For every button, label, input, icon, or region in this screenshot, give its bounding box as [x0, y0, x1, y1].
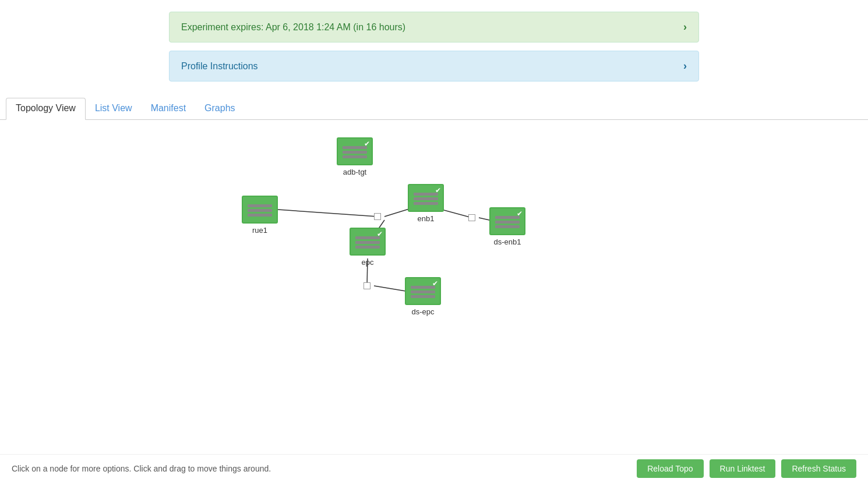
experiment-chevron: ›	[683, 21, 687, 33]
top-section: Experiment expires: Apr 6, 2018 1:24 AM …	[0, 0, 868, 87]
node-box-adb-tgt[interactable]: ✔	[337, 137, 373, 165]
node-ds-enb1[interactable]: ✔ ds-enb1	[489, 207, 525, 246]
link-point-2	[468, 214, 475, 221]
check-icon-ds-enb1: ✔	[517, 210, 523, 218]
tab-graphs[interactable]: Graphs	[195, 98, 244, 119]
experiment-text: Experiment expires: Apr 6, 2018 1:24 AM …	[181, 22, 405, 33]
node-lines-enb1	[414, 193, 438, 205]
tabs-bar: Topology View List View Manifest Graphs	[0, 98, 868, 120]
profile-text: Profile Instructions	[181, 61, 258, 72]
topology-canvas: ✔ adb-tgt rue1 ✔	[0, 120, 868, 376]
tab-listview[interactable]: List View	[86, 98, 142, 119]
check-icon-ds-epc: ✔	[432, 279, 438, 288]
bottom-hint: Click on a node for more options. Click …	[12, 464, 637, 473]
reload-topo-button[interactable]: Reload Topo	[637, 459, 703, 478]
check-icon-enb1: ✔	[435, 186, 441, 194]
node-label-adb-tgt: adb-tgt	[343, 168, 366, 176]
profile-chevron: ›	[683, 60, 687, 72]
svg-line-0	[278, 210, 377, 217]
node-lines-epc	[355, 236, 380, 249]
node-lines-rue1	[248, 204, 272, 217]
node-epc[interactable]: ✔ epc	[350, 228, 386, 267]
profile-banner[interactable]: Profile Instructions ›	[169, 51, 699, 81]
bottom-bar: Click on a node for more options. Click …	[0, 454, 868, 482]
link-point-1	[374, 213, 381, 220]
tab-manifest[interactable]: Manifest	[142, 98, 195, 119]
node-box-epc[interactable]: ✔	[350, 228, 386, 256]
refresh-status-button[interactable]: Refresh Status	[781, 459, 856, 478]
node-label-epc: epc	[362, 258, 374, 267]
tab-topology[interactable]: Topology View	[6, 98, 86, 120]
node-box-ds-epc[interactable]: ✔	[405, 277, 441, 305]
check-icon-adb-tgt: ✔	[364, 140, 370, 148]
node-label-ds-epc: ds-epc	[411, 307, 434, 316]
bottom-actions: Reload Topo Run Linktest Refresh Status	[637, 459, 856, 478]
node-adb-tgt[interactable]: ✔ adb-tgt	[337, 137, 373, 176]
run-linktest-button[interactable]: Run Linktest	[710, 459, 776, 478]
node-box-rue1[interactable]	[242, 196, 278, 224]
node-box-ds-enb1[interactable]: ✔	[489, 207, 525, 235]
node-rue1[interactable]: rue1	[242, 196, 278, 235]
node-label-rue1: rue1	[252, 226, 267, 235]
node-label-ds-enb1: ds-enb1	[494, 238, 521, 246]
node-lines-adb-tgt	[343, 146, 367, 158]
svg-line-3	[444, 210, 472, 218]
node-lines-ds-epc	[411, 286, 435, 298]
experiment-banner[interactable]: Experiment expires: Apr 6, 2018 1:24 AM …	[169, 12, 699, 42]
node-enb1[interactable]: ✔ enb1	[408, 184, 444, 223]
check-icon-epc: ✔	[377, 230, 383, 238]
topology-lines	[0, 120, 868, 376]
node-box-enb1[interactable]: ✔	[408, 184, 444, 212]
node-lines-ds-enb1	[495, 216, 520, 228]
link-point-3	[364, 282, 371, 289]
node-ds-epc[interactable]: ✔ ds-epc	[405, 277, 441, 316]
node-label-enb1: enb1	[418, 214, 435, 223]
